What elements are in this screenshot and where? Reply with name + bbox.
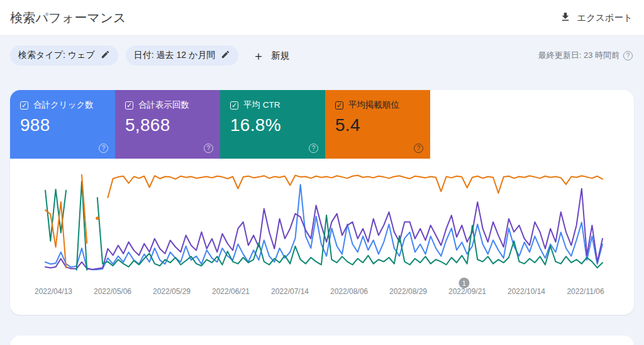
help-icon[interactable]: ? bbox=[204, 144, 213, 153]
new-filter-label: 新規 bbox=[271, 50, 289, 62]
metric-value: 16.8% bbox=[230, 115, 315, 135]
help-icon[interactable]: ? bbox=[309, 144, 318, 153]
last-updated-text: 最終更新日: 23 時間前 bbox=[538, 50, 619, 61]
page-title: 検索パフォーマンス bbox=[10, 9, 126, 26]
line-chart-canvas[interactable] bbox=[23, 164, 621, 280]
metric-card-total-impressions[interactable]: ✓ 合計表示回数 5,868 ? bbox=[115, 90, 220, 159]
last-updated: 最終更新日: 23 時間前 ? bbox=[538, 50, 633, 61]
metric-label: 合計クリック数 bbox=[33, 99, 94, 111]
new-filter-button[interactable]: ＋ 新規 bbox=[252, 50, 289, 62]
x-axis-tick-label: 2022/05/06 bbox=[94, 287, 131, 296]
x-axis-tick-label: 2022/07/14 bbox=[271, 287, 309, 296]
export-button[interactable]: エクスポート bbox=[560, 11, 633, 25]
metric-label: 合計表示回数 bbox=[138, 99, 189, 111]
checkbox-checked-icon[interactable]: ✓ bbox=[230, 101, 238, 110]
metric-value: 988 bbox=[20, 115, 105, 135]
performance-chart[interactable]: 1 2022/04/132022/05/062022/05/292022/06/… bbox=[23, 164, 621, 303]
edit-pencil-icon[interactable] bbox=[221, 50, 230, 61]
metric-card-total-clicks[interactable]: ✓ 合計クリック数 988 ? bbox=[10, 90, 115, 159]
metric-card-average-ctr[interactable]: ✓ 平均 CTR 16.8% ? bbox=[220, 90, 325, 159]
filter-bar: 検索タイプ: ウェブ 日付: 過去 12 か月間 ＋ 新規 最終更新日: 23 … bbox=[10, 45, 633, 65]
x-axis-tick-label: 2022/11/06 bbox=[567, 287, 604, 296]
x-axis-tick-label: 2022/09/21 bbox=[448, 287, 486, 296]
plus-icon: ＋ bbox=[252, 50, 264, 62]
search-type-chip[interactable]: 検索タイプ: ウェブ bbox=[10, 45, 118, 65]
date-range-chip[interactable]: 日付: 過去 12 か月間 bbox=[126, 45, 238, 65]
x-axis-tick-label: 2022/08/29 bbox=[389, 287, 427, 296]
date-range-chip-label: 日付: 過去 12 か月間 bbox=[134, 50, 215, 61]
metric-label: 平均 CTR bbox=[243, 99, 280, 111]
metric-cards-row: ✓ 合計クリック数 988 ? ✓ 合計表示回数 5,868 ? ✓ 平均 CT… bbox=[10, 90, 634, 159]
x-axis-tick-label: 2022/05/29 bbox=[153, 287, 191, 296]
metric-value: 5.4 bbox=[335, 115, 420, 135]
help-icon[interactable]: ? bbox=[99, 144, 108, 153]
export-label: エクスポート bbox=[577, 12, 633, 24]
checkbox-checked-icon[interactable]: ✓ bbox=[335, 101, 343, 110]
x-axis-labels: 2022/04/132022/05/062022/05/292022/06/21… bbox=[23, 287, 621, 297]
metric-card-average-position[interactable]: ✓ 平均掲載順位 5.4 ? bbox=[325, 90, 430, 159]
checkbox-checked-icon[interactable]: ✓ bbox=[20, 101, 28, 110]
x-axis-tick-label: 2022/10/14 bbox=[508, 287, 545, 296]
x-axis-tick-label: 2022/08/06 bbox=[330, 287, 368, 296]
download-icon bbox=[560, 11, 571, 25]
x-axis-tick-label: 2022/06/21 bbox=[212, 287, 250, 296]
edit-pencil-icon[interactable] bbox=[101, 50, 110, 61]
metric-label: 平均掲載順位 bbox=[348, 99, 399, 111]
top-header: 検索パフォーマンス エクスポート bbox=[0, 0, 644, 36]
help-icon[interactable]: ? bbox=[414, 144, 423, 153]
checkbox-checked-icon[interactable]: ✓ bbox=[125, 101, 133, 110]
search-type-chip-label: 検索タイプ: ウェブ bbox=[18, 50, 95, 61]
performance-panel: ✓ 合計クリック数 988 ? ✓ 合計表示回数 5,868 ? ✓ 平均 CT… bbox=[10, 90, 634, 315]
x-axis-tick-label: 2022/04/13 bbox=[35, 287, 72, 296]
metric-value: 5,868 bbox=[125, 115, 210, 135]
next-section-card bbox=[10, 336, 634, 345]
help-icon[interactable]: ? bbox=[623, 51, 633, 60]
